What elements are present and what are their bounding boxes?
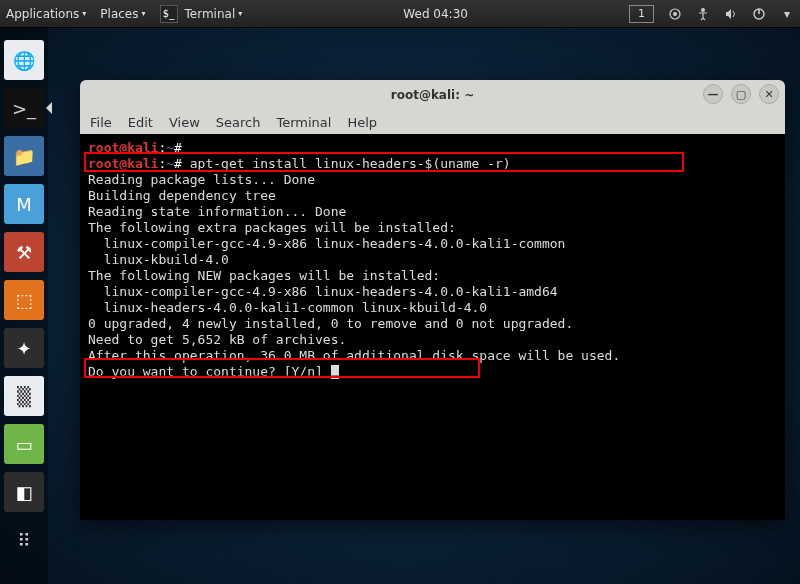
output-line: Building dependency tree xyxy=(88,188,777,204)
terminal-window: root@kali: ~ — ▢ ✕ File Edit View Search… xyxy=(80,80,785,520)
output-line: Reading state information... Done xyxy=(88,204,777,220)
menu-help[interactable]: Help xyxy=(347,115,377,130)
output-line: Reading package lists... Done xyxy=(88,172,777,188)
iceweasel-icon[interactable]: 🌐 xyxy=(4,40,44,80)
show-apps-icon[interactable]: ⠿ xyxy=(4,520,44,560)
minimize-button[interactable]: — xyxy=(703,84,723,104)
menu-search[interactable]: Search xyxy=(216,115,261,130)
clock-label: Wed 04:30 xyxy=(403,7,468,21)
output-line: linux-headers-4.0.0-kali1-common linux-k… xyxy=(88,300,777,316)
terminal-app-icon: $_ xyxy=(160,5,178,23)
active-app-label: Terminal xyxy=(185,7,236,21)
system-menu-caret-icon[interactable]: ▾ xyxy=(780,7,794,21)
output-line: linux-compiler-gcc-4.9-x86 linux-headers… xyxy=(88,284,777,300)
burp-icon[interactable]: ⬚ xyxy=(4,280,44,320)
wireshark-icon[interactable]: ▒ xyxy=(4,376,44,416)
svg-point-1 xyxy=(673,12,677,16)
terminal-dock-icon[interactable]: >_ xyxy=(4,88,44,128)
terminal-body[interactable]: root@kali:~# root@kali:~# apt-get instal… xyxy=(80,134,785,520)
power-icon[interactable] xyxy=(752,7,766,21)
svg-point-2 xyxy=(701,8,705,12)
output-line: Need to get 5,652 kB of archives. xyxy=(88,332,777,348)
window-title: root@kali: ~ xyxy=(391,88,474,102)
maximize-button[interactable]: ▢ xyxy=(731,84,751,104)
metasploit-icon[interactable]: M xyxy=(4,184,44,224)
dock: 🌐 >_ 📁 M ⚒ ⬚ ✦ ▒ ▭ ◧ ⠿ xyxy=(0,28,48,584)
highlight-prompt xyxy=(84,358,480,378)
menu-edit[interactable]: Edit xyxy=(128,115,153,130)
output-line: linux-compiler-gcc-4.9-x86 linux-headers… xyxy=(88,236,777,252)
highlight-command xyxy=(84,152,684,172)
clock[interactable]: Wed 04:30 xyxy=(403,7,468,21)
output-line: 0 upgraded, 4 newly installed, 0 to remo… xyxy=(88,316,777,332)
close-button[interactable]: ✕ xyxy=(759,84,779,104)
applications-label: Applications xyxy=(6,7,79,21)
tweaks-icon[interactable]: ◧ xyxy=(4,472,44,512)
armitage-icon[interactable]: ⚒ xyxy=(4,232,44,272)
applications-menu[interactable]: Applications▾ xyxy=(6,7,86,21)
titlebar[interactable]: root@kali: ~ — ▢ ✕ xyxy=(80,80,785,110)
volume-icon[interactable] xyxy=(724,7,738,21)
menu-view[interactable]: View xyxy=(169,115,200,130)
output-line: linux-kbuild-4.0 xyxy=(88,252,777,268)
active-app[interactable]: $_ Terminal▾ xyxy=(160,5,243,23)
menu-file[interactable]: File xyxy=(90,115,112,130)
files-icon[interactable]: 📁 xyxy=(4,136,44,176)
menu-terminal[interactable]: Terminal xyxy=(276,115,331,130)
record-icon[interactable] xyxy=(668,7,682,21)
leafpad-icon[interactable]: ▭ xyxy=(4,424,44,464)
output-line: The following extra packages will be ins… xyxy=(88,220,777,236)
top-panel: Applications▾ Places▾ $_ Terminal▾ Wed 0… xyxy=(0,0,800,28)
output-line: The following NEW packages will be insta… xyxy=(88,268,777,284)
menubar: File Edit View Search Terminal Help xyxy=(80,110,785,134)
places-menu[interactable]: Places▾ xyxy=(100,7,145,21)
accessibility-icon[interactable] xyxy=(696,7,710,21)
maltego-icon[interactable]: ✦ xyxy=(4,328,44,368)
places-label: Places xyxy=(100,7,138,21)
workspace-indicator[interactable]: 1 xyxy=(629,5,654,23)
status-area: 1 ▾ xyxy=(629,5,794,23)
